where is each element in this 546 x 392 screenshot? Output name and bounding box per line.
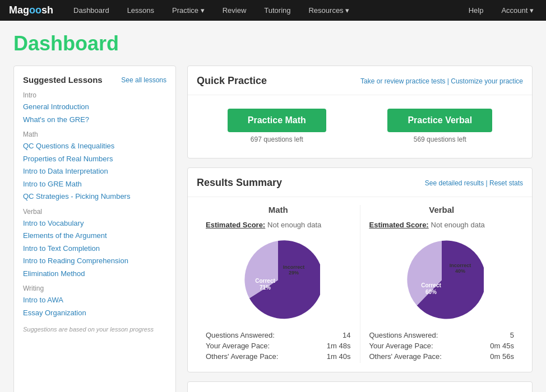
verbal-incorrect-label: Incorrect	[449, 263, 471, 268]
sidebar-link-qc-questions[interactable]: QC Questions & Inequalities	[23, 141, 166, 152]
verbal-incorrect-pct: 40%	[455, 268, 465, 274]
verbal-correct-pct: 60%	[425, 289, 437, 295]
sidebar-link-elimination[interactable]: Elimination Method	[23, 268, 166, 279]
math-stat-value-0: 14	[343, 331, 350, 339]
math-col-title: Math	[206, 205, 351, 214]
verbal-stat-label-2: Others' Average Pace:	[369, 352, 442, 361]
verbal-stat-value-0: 5	[510, 331, 514, 339]
nav-resources[interactable]: Resources ▾	[305, 6, 353, 15]
sidebar-link-essay[interactable]: Essay Organization	[23, 307, 166, 319]
results-divider	[188, 197, 532, 197]
take-review-link[interactable]: Take or review practice tests	[360, 77, 445, 85]
math-incorrect-pct: 29%	[289, 270, 299, 276]
results-summary-card: Results Summary See detailed results | R…	[187, 167, 533, 372]
content-grid: Suggested Lessons See all lessons Intro …	[13, 66, 533, 392]
practice-math-button[interactable]: Practice Math	[228, 109, 326, 132]
page-title: Dashboard	[13, 32, 533, 55]
quick-practice-links[interactable]: Take or review practice tests | Customiz…	[360, 77, 523, 85]
verbal-stat-2: Others' Average Pace: 0m 56s	[369, 352, 515, 361]
sidebar-link-general-introduction[interactable]: General Introduction	[23, 101, 166, 113]
practice-verbal-col: Practice Verbal 569 questions left	[387, 109, 492, 143]
math-stat-value-1: 1m 48s	[327, 342, 351, 350]
sidebar-link-awa[interactable]: Intro to AWA	[23, 295, 166, 306]
results-title: Results Summary	[197, 177, 282, 189]
math-stat-0: Questions Answered: 14	[206, 331, 351, 339]
math-pie-container: Correct 71% Incorrect 29%	[206, 238, 351, 322]
nav-help[interactable]: Help	[465, 6, 487, 15]
verbal-stat-1: Your Average Pace: 0m 45s	[369, 342, 515, 350]
math-stat-value-2: 1m 40s	[327, 352, 351, 361]
math-estimated-score: Estimated Score: Not enough data	[206, 220, 351, 229]
sidebar-link-text-completion[interactable]: Intro to Text Completion	[23, 243, 166, 254]
sidebar-link-properties[interactable]: Properties of Real Numbers	[23, 153, 166, 165]
verbal-score-value: Not enough data	[431, 221, 485, 229]
sidebar-section-label-writing: Writing	[23, 284, 166, 292]
sidebar-link-intro-gre-math[interactable]: Intro to GRE Math	[23, 179, 166, 190]
practice-verbal-button[interactable]: Practice Verbal	[387, 109, 492, 132]
quick-practice-header: Quick Practice Take or review practice t…	[197, 75, 523, 87]
math-questions-left: 697 questions left	[228, 136, 326, 143]
sidebar-section-label-intro: Intro	[23, 91, 166, 99]
main-content: Quick Practice Take or review practice t…	[187, 66, 533, 392]
practice-buttons: Practice Math 697 questions left Practic…	[197, 103, 523, 149]
verbal-stat-value-1: 0m 45s	[490, 342, 514, 350]
verbal-stat-label-0: Questions Answered:	[369, 331, 438, 339]
sidebar-link-elements-argument[interactable]: Elements of the Argument	[23, 230, 166, 241]
nav-dashboard[interactable]: Dashboard	[70, 6, 113, 15]
math-score-label: Estimated Score:	[206, 221, 265, 229]
see-detailed-results-link[interactable]: See detailed results	[425, 179, 484, 187]
math-stats: Questions Answered: 14 Your Average Pace…	[206, 331, 351, 361]
nav-practice[interactable]: Practice ▾	[169, 6, 208, 15]
verbal-questions-left: 569 questions left	[387, 136, 492, 143]
math-stat-label-2: Others' Average Pace:	[206, 352, 278, 361]
sidebar-title: Suggested Lessons	[23, 75, 103, 85]
nav-review[interactable]: Review	[219, 6, 250, 15]
sidebar-section-intro: Intro General Introduction What's on the…	[23, 91, 166, 125]
sidebar-link-vocab[interactable]: Intro to Vocabulary	[23, 218, 166, 229]
sidebar-note: Suggestions are based on your lesson pro…	[23, 326, 166, 333]
nav-tutoring[interactable]: Tutoring	[261, 6, 294, 15]
nav-account[interactable]: Account ▾	[498, 6, 537, 15]
sidebar-section-math: Math QC Questions & Inequalities Propert…	[23, 130, 166, 202]
verbal-estimated-score: Estimated Score: Not enough data	[369, 220, 515, 229]
verbal-pie-container: Correct 60% Incorrect 40%	[369, 238, 515, 322]
verbal-score-label: Estimated Score:	[369, 221, 429, 229]
results-header: Results Summary See detailed results | R…	[197, 177, 523, 189]
reset-stats-link[interactable]: Reset stats	[489, 179, 523, 187]
practice-math-col: Practice Math 697 questions left	[228, 109, 326, 143]
sidebar-link-data-interpretation[interactable]: Intro to Data Interpretation	[23, 166, 166, 177]
math-stat-2: Others' Average Pace: 1m 40s	[206, 352, 351, 361]
math-incorrect-label: Incorrect	[283, 264, 305, 270]
results-verbal-col: Verbal Estimated Score: Not enough data	[360, 205, 524, 363]
results-links: See detailed results | Reset stats	[425, 179, 523, 187]
your-notes-card: Your Notes View all notes You have taken…	[187, 381, 533, 392]
math-correct-pct: 71%	[260, 284, 271, 291]
verbal-stat-value-2: 0m 56s	[490, 352, 514, 361]
sidebar-link-qc-strategies[interactable]: QC Strategies - Picking Numbers	[23, 191, 166, 202]
sidebar-section-label-verbal: Verbal	[23, 208, 166, 216]
sidebar-section-label-math: Math	[23, 130, 166, 138]
verbal-stat-label-1: Your Average Pace:	[369, 342, 433, 350]
verbal-col-title: Verbal	[369, 205, 515, 214]
quick-practice-divider	[188, 95, 532, 95]
math-pie-chart: Correct 71% Incorrect 29%	[236, 238, 320, 322]
math-stat-label-0: Questions Answered:	[206, 331, 275, 339]
results-math-col: Math Estimated Score: Not enough data	[197, 205, 360, 363]
quick-practice-title: Quick Practice	[197, 75, 267, 87]
verbal-stat-0: Questions Answered: 5	[369, 331, 515, 339]
verbal-correct-label: Correct	[421, 282, 441, 288]
math-correct-label: Correct	[255, 278, 275, 284]
nav-lessons[interactable]: Lessons	[124, 6, 158, 15]
logo: Magoosh	[9, 4, 53, 16]
nav-right: Help Account ▾	[465, 6, 537, 15]
verbal-stats: Questions Answered: 5 Your Average Pace:…	[369, 331, 515, 361]
sidebar-section-verbal: Verbal Intro to Vocabulary Elements of t…	[23, 208, 166, 279]
quick-practice-card: Quick Practice Take or review practice t…	[187, 66, 533, 158]
math-score-value: Not enough data	[267, 221, 321, 229]
sidebar-link-reading-comprehension[interactable]: Intro to Reading Comprehension	[23, 255, 166, 267]
sidebar-link-whats-on-gre[interactable]: What's on the GRE?	[23, 114, 166, 125]
see-all-lessons-link[interactable]: See all lessons	[121, 76, 166, 84]
customize-practice-link[interactable]: Customize your practice	[451, 77, 523, 85]
sidebar: Suggested Lessons See all lessons Intro …	[13, 66, 176, 392]
page-content: Dashboard Suggested Lessons See all less…	[0, 21, 546, 392]
